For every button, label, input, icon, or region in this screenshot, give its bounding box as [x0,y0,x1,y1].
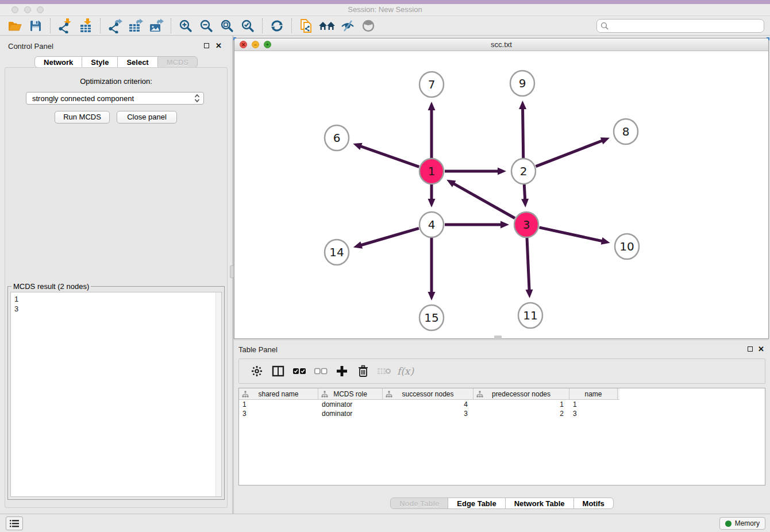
delete-table-button[interactable] [374,361,395,381]
graph-edge-2-3[interactable] [521,184,529,207]
graph-node-14[interactable]: 14 [325,240,349,265]
column-header-name[interactable]: name [569,388,618,399]
tab-select[interactable]: Select [117,56,157,68]
table-cell[interactable]: 3 [569,409,618,418]
graph-node-1[interactable]: 1 [419,159,444,184]
show-column-button[interactable] [267,361,288,381]
column-header-successor-nodes[interactable]: successor nodes [383,388,473,399]
graph-edge-4-3[interactable] [445,221,509,229]
deselect-all-button[interactable] [310,361,331,381]
toolbar-separator [262,18,263,33]
graph-edge-4-15[interactable] [428,238,436,300]
zoom-out-button[interactable] [196,17,217,34]
graph-edge-1-4[interactable] [428,184,436,207]
select-all-button[interactable] [288,361,310,381]
tab-network-table[interactable]: Network Table [505,498,574,509]
graph-node-2[interactable]: 2 [511,159,536,184]
graph-edge-2-9[interactable] [519,101,526,158]
table-cell[interactable]: 2 [473,409,569,418]
graph-node-9[interactable]: 9 [510,71,534,96]
graph-edge-3-10[interactable] [539,228,610,245]
graph-edge-2-8[interactable] [536,137,610,166]
table-cell[interactable]: 1 [473,400,569,409]
column-header-shared-name[interactable]: shared name [239,388,318,399]
zoom-in-button[interactable] [175,17,196,34]
network-window-titlebar[interactable]: ✕ − + scc.txt [234,38,768,51]
network-canvas[interactable]: 1234678910111415 [234,51,768,338]
tab-mcds[interactable]: MCDS [157,56,198,68]
graph-node-8[interactable]: 8 [614,119,638,144]
delete-row-button[interactable] [352,361,374,381]
graph-node-7[interactable]: 7 [419,72,444,97]
import-network-button[interactable] [55,17,75,34]
close-panel-button[interactable]: Close panel [117,111,177,124]
table-cell[interactable]: 1 [239,400,318,409]
graph-edge-1-7[interactable] [428,102,436,158]
mcds-result-value: 3 [14,304,221,314]
refresh-button[interactable] [267,17,287,34]
result-scrollbar[interactable] [215,292,221,496]
graph-node-6[interactable]: 6 [325,125,349,151]
duplicate-network-button[interactable] [296,17,317,34]
first-neighbors-button[interactable] [317,17,337,34]
table-row[interactable]: 3dominator323 [239,409,765,418]
run-mcds-button[interactable]: Run MCDS [55,111,110,124]
table-cell[interactable]: 3 [239,409,318,418]
tab-network[interactable]: Network [34,56,82,68]
close-control-panel-button[interactable]: ✕ [215,43,222,49]
table-cell[interactable]: 3 [383,409,473,418]
graph-node-15[interactable]: 15 [419,305,444,330]
table-cell[interactable]: dominator [318,400,383,409]
graph-node-4[interactable]: 4 [419,212,444,237]
close-table-panel-button[interactable]: ✕ [758,346,764,353]
minimize-network-button[interactable]: − [252,41,259,48]
task-history-button[interactable] [6,516,23,530]
mcds-result-list[interactable]: 13 [10,292,222,497]
graph-edge-3-11[interactable] [526,238,533,298]
import-table-button[interactable] [75,17,96,34]
tab-style[interactable]: Style [82,56,118,68]
graph-edge-3-1[interactable] [446,180,515,218]
tab-motifs[interactable]: Motifs [573,498,614,509]
export-image-button[interactable] [146,17,167,34]
save-session-button[interactable] [25,17,46,34]
graph-node-3[interactable]: 3 [514,212,538,237]
gear-icon [251,365,263,377]
export-table-button[interactable] [125,17,146,34]
table-cell[interactable]: 4 [383,400,473,409]
graph-edge-4-14[interactable] [353,228,419,248]
zoom-window-button[interactable] [37,6,44,13]
tab-edge-table[interactable]: Edge Table [448,498,505,509]
memory-button[interactable]: Memory [719,517,765,530]
tab-node-table[interactable]: Node Table [390,498,448,509]
show-graphics-details-button[interactable] [358,17,379,34]
table-cell[interactable]: dominator [318,409,383,418]
float-table-panel-button[interactable] [748,346,753,352]
optimization-criterion-select[interactable]: strongly connected component [26,92,204,105]
zoom-fit-button[interactable] [217,17,237,34]
function-builder-button[interactable]: f(x) [395,361,416,381]
table-row[interactable]: 1dominator411 [239,400,765,409]
close-window-button[interactable] [11,6,18,13]
network-resize-handle[interactable] [494,336,502,340]
graph-edge-1-2[interactable] [445,168,506,175]
homes-icon [318,19,336,33]
zoom-selected-button[interactable] [237,17,258,34]
table-cell[interactable]: 1 [569,400,618,409]
table-panel: Table Panel ✕ [234,341,770,514]
export-network-button[interactable] [105,17,125,34]
graph-edge-1-6[interactable] [353,143,419,167]
hide-graphics-details-button[interactable] [337,17,358,34]
column-header-mcds-role[interactable]: MCDS role [318,388,383,399]
graph-node-10[interactable]: 10 [615,234,639,259]
column-header-predecessor-nodes[interactable]: predecessor nodes [473,388,569,399]
close-network-button[interactable]: ✕ [240,41,247,48]
open-session-button[interactable] [5,17,25,34]
search-input[interactable] [596,19,764,33]
table-settings-button[interactable] [246,361,267,381]
maximize-network-button[interactable]: + [264,41,271,48]
add-row-button[interactable] [331,361,352,381]
graph-node-11[interactable]: 11 [518,303,542,328]
minimize-window-button[interactable] [24,6,31,13]
float-control-panel-button[interactable] [204,43,209,48]
